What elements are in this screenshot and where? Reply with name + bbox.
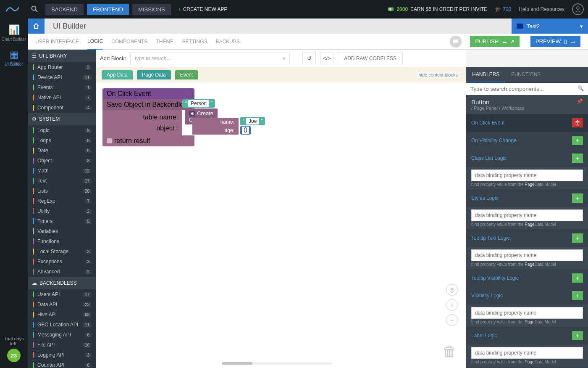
handler-label[interactable]: Visibility Logic bbox=[471, 293, 503, 299]
handler-row[interactable]: Tooltip Visibility Logic+ bbox=[466, 269, 588, 287]
rail-chart-builder[interactable]: 📊 Chart Builder bbox=[1, 24, 26, 42]
lib-item[interactable]: Logic9 bbox=[28, 125, 96, 135]
add-raw-codeless-button[interactable]: ADD RAW CODELESS bbox=[338, 53, 403, 64]
handler-row[interactable]: Class List Logic+ bbox=[466, 149, 588, 167]
lib-item[interactable]: Date9 bbox=[28, 146, 96, 156]
pin-icon[interactable]: 📌 bbox=[577, 98, 583, 104]
add-handler-button[interactable]: + bbox=[572, 193, 583, 203]
home-button[interactable] bbox=[28, 19, 45, 34]
add-handler-button[interactable]: + bbox=[572, 331, 583, 340]
create-app-button[interactable]: + CREATE NEW APP bbox=[178, 6, 228, 12]
lib-item[interactable]: Component4 bbox=[28, 103, 96, 113]
lib-item[interactable]: Native API7 bbox=[28, 93, 96, 103]
grad-info[interactable]: 🎓 700 bbox=[495, 6, 511, 12]
lib-item[interactable]: Object8 bbox=[28, 156, 96, 166]
handler-row[interactable]: On Click Event🗑 bbox=[466, 114, 588, 132]
block-person-value[interactable]: “Person” bbox=[182, 99, 215, 108]
lib-item[interactable]: File API16 bbox=[28, 340, 96, 350]
lib-item[interactable]: Counter API6 bbox=[28, 360, 96, 368]
subtab-logic[interactable]: LOGIC bbox=[87, 33, 103, 50]
undo-button[interactable]: ↺ bbox=[302, 53, 316, 64]
rail-ui-builder[interactable]: ▦ UI Builder bbox=[1, 49, 26, 66]
lib-item[interactable]: Events1 bbox=[28, 82, 96, 93]
hide-context-button[interactable]: hide context blocks bbox=[416, 71, 460, 78]
chat-icon[interactable] bbox=[450, 36, 462, 48]
subtab-theme[interactable]: THEME bbox=[156, 34, 173, 50]
block-root[interactable]: On Click Event Save Object in Backendles… bbox=[102, 88, 194, 146]
handler-label[interactable]: Tooltip Visibility Logic bbox=[471, 275, 519, 281]
lib-item[interactable]: Loops5 bbox=[28, 135, 96, 146]
handler-label[interactable]: On Click Event bbox=[471, 120, 504, 126]
block-search[interactable]: type to search... ▾ bbox=[130, 53, 290, 64]
handler-label[interactable]: Label Logic bbox=[471, 333, 497, 339]
publish-button[interactable]: PUBLISH ☁ ↗ bbox=[470, 36, 520, 47]
center-button[interactable]: ◎ bbox=[446, 284, 458, 296]
lib-item[interactable]: Utility2 bbox=[28, 206, 96, 216]
subtab-components[interactable]: COMPONENTS bbox=[111, 34, 147, 50]
lib-item[interactable]: Logging API3 bbox=[28, 350, 96, 360]
ctx-app-data[interactable]: App Data bbox=[102, 70, 133, 79]
handler-label[interactable]: On Visibility Change bbox=[471, 138, 517, 143]
code-button[interactable]: </> bbox=[320, 53, 333, 64]
search-icon[interactable] bbox=[31, 5, 39, 13]
lib-item[interactable]: Users API17 bbox=[28, 289, 96, 299]
preview-button[interactable]: PREVIEW ▯ ▭ bbox=[530, 36, 580, 47]
credit-info[interactable]: 💵 2000 EARN $5 IN CREDIT PER INVITE bbox=[388, 6, 487, 12]
component-search-input[interactable] bbox=[466, 83, 588, 95]
lib-item[interactable]: Local Storage3 bbox=[28, 246, 96, 257]
handler-label[interactable]: Styles Logic bbox=[471, 195, 499, 201]
checkbox-icon[interactable] bbox=[107, 138, 112, 143]
tab-handlers[interactable]: HANDLERS bbox=[466, 67, 505, 82]
binding-input[interactable] bbox=[471, 347, 583, 359]
lib-item[interactable]: Hive API68 bbox=[28, 310, 96, 320]
horizontal-scrollbar[interactable] bbox=[222, 362, 332, 365]
zoom-out-button[interactable]: − bbox=[446, 314, 458, 326]
add-handler-button[interactable]: + bbox=[572, 154, 583, 163]
binding-input[interactable] bbox=[471, 209, 583, 221]
binding-input[interactable] bbox=[471, 249, 583, 261]
add-handler-button[interactable]: + bbox=[572, 273, 583, 283]
handler-row[interactable]: On Visibility Change+ bbox=[466, 132, 588, 149]
handler-row[interactable]: Visibility Logic+ bbox=[466, 287, 588, 304]
return-result[interactable]: return result bbox=[102, 135, 194, 146]
lib-item[interactable]: Functions bbox=[28, 236, 96, 246]
lib-item[interactable]: Messaging API6 bbox=[28, 330, 96, 340]
ctx-event[interactable]: Event bbox=[175, 70, 198, 79]
block-age-value[interactable]: 0 bbox=[240, 126, 251, 135]
lib-item[interactable]: Text17 bbox=[28, 176, 96, 186]
avatar[interactable] bbox=[572, 3, 584, 15]
tab-missions[interactable]: MISSIONS bbox=[132, 4, 171, 15]
delete-handler-button[interactable]: 🗑 bbox=[572, 118, 583, 127]
lib-item[interactable]: Device API11 bbox=[28, 72, 96, 82]
subtab-settings[interactable]: SETTINGS bbox=[182, 34, 207, 50]
ctx-page-data[interactable]: Page Data bbox=[137, 70, 171, 79]
handler-label[interactable]: Class List Logic bbox=[471, 155, 507, 161]
handler-row[interactable]: Label Logic+ bbox=[466, 327, 588, 344]
lib-section-ui[interactable]: ☰UI LIBRARY bbox=[28, 50, 96, 62]
add-handler-button[interactable]: + bbox=[572, 136, 583, 145]
canvas[interactable]: App Data Page Data Event hide context bl… bbox=[96, 67, 466, 368]
lib-item[interactable]: Math12 bbox=[28, 166, 96, 176]
lib-item[interactable]: RegExp7 bbox=[28, 196, 96, 206]
lib-item[interactable]: Lists20 bbox=[28, 186, 96, 196]
handler-row[interactable]: Styles Logic+ bbox=[466, 189, 588, 207]
help-link[interactable]: Help and Resources bbox=[519, 6, 564, 12]
subtab-user-interface[interactable]: USER INTERFACE bbox=[35, 34, 79, 50]
handler-row[interactable]: Tooltip Text Logic+ bbox=[466, 229, 588, 247]
lib-section-system[interactable]: ⚙SYSTEM bbox=[28, 113, 96, 125]
tab-frontend[interactable]: FRONTEND bbox=[87, 4, 129, 15]
block-save-object[interactable]: Save Object in Backendless bbox=[102, 99, 194, 110]
tab-backend[interactable]: BACKEND bbox=[45, 4, 84, 15]
block-joe-value[interactable]: “Joe” bbox=[240, 117, 265, 125]
lib-item[interactable]: Advanced2 bbox=[28, 267, 96, 277]
lib-item[interactable]: App Router3 bbox=[28, 62, 96, 72]
lib-section-backendless[interactable]: ☁BACKENDLESS bbox=[28, 277, 96, 289]
handler-label[interactable]: Tooltip Text Logic bbox=[471, 235, 510, 241]
lib-item[interactable]: GEO Location API11 bbox=[28, 320, 96, 330]
add-handler-button[interactable]: + bbox=[572, 233, 583, 243]
add-handler-button[interactable]: + bbox=[572, 291, 583, 300]
lib-item[interactable]: Variables bbox=[28, 226, 96, 236]
lib-item[interactable]: Data API23 bbox=[28, 299, 96, 310]
tab-functions[interactable]: FUNCTIONS bbox=[505, 67, 546, 82]
trash-icon[interactable]: 🗑 bbox=[443, 343, 457, 360]
